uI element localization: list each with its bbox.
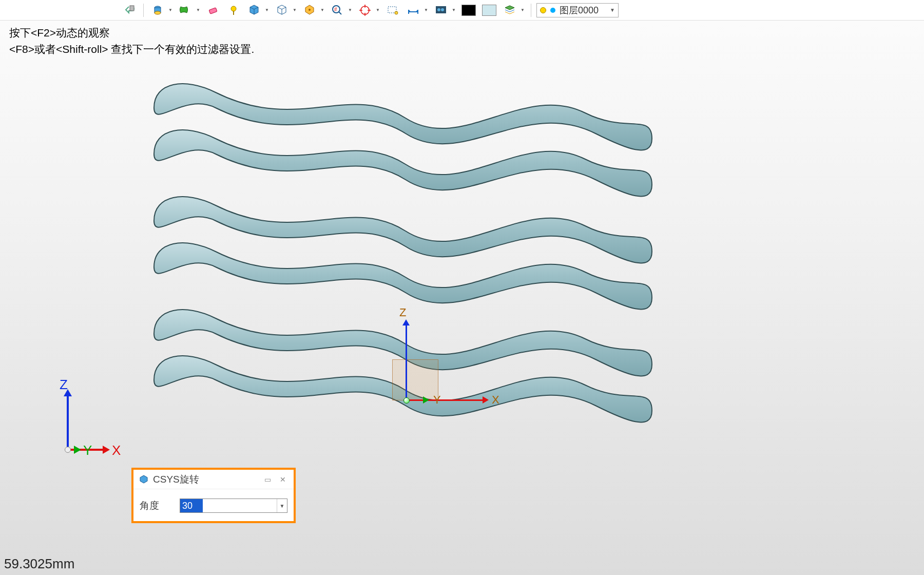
layers-dropdown[interactable]: ▼ <box>519 2 526 19</box>
window-sel-button[interactable] <box>384 2 401 19</box>
triad-z-label: Z <box>60 377 68 393</box>
chevron-down-icon: ▼ <box>610 7 615 13</box>
color-black-swatch[interactable] <box>460 2 477 19</box>
bulb-icon <box>540 7 546 13</box>
layer-selector[interactable]: 图层0000 ▼ <box>536 3 619 17</box>
hex-dropdown[interactable]: ▼ <box>319 2 325 19</box>
dialog-body: 角度 ▼ <box>133 489 294 521</box>
toolbar-separator <box>143 4 144 17</box>
main-toolbar: ▼ ▼ ▼ ▼ ▼ # ▼ ▼ ▼ ▼ ▼ 图层0 <box>0 0 924 21</box>
shaded-cube-button[interactable] <box>245 2 263 19</box>
zoom-hash-dropdown[interactable]: ▼ <box>347 2 353 19</box>
csys-icon <box>139 474 149 485</box>
svg-rect-0 <box>130 6 134 11</box>
dialog-collapse-button[interactable]: ▭ <box>262 475 273 484</box>
freeze-icon <box>550 8 555 13</box>
svg-text:#: # <box>334 7 337 12</box>
measure-dropdown[interactable]: ▼ <box>423 2 429 19</box>
zoom-hash-button[interactable]: # <box>329 2 346 19</box>
target-button[interactable] <box>356 2 374 19</box>
dialog-close-button[interactable]: ✕ <box>277 475 288 484</box>
wireframe-cube-button[interactable] <box>273 2 291 19</box>
angle-dropdown[interactable]: ▼ <box>277 499 287 512</box>
svg-point-14 <box>437 8 440 11</box>
angle-label: 角度 <box>140 499 170 512</box>
pin-button[interactable] <box>225 2 242 19</box>
triad-x-label: X <box>112 443 121 458</box>
svg-point-15 <box>441 8 444 11</box>
angle-input[interactable] <box>180 499 203 512</box>
dialog-title: CSYS旋转 <box>153 473 199 486</box>
layer-name: 图层0000 <box>560 4 599 16</box>
color-lightblue-swatch[interactable] <box>480 2 498 19</box>
shaded-cube-dropdown[interactable]: ▼ <box>264 2 270 19</box>
wireframe-cube-dropdown[interactable]: ▼ <box>292 2 298 19</box>
csys-rotate-dialog: CSYS旋转 ▭ ✕ 角度 ▼ <box>131 468 296 523</box>
sheets-dropdown[interactable]: ▼ <box>195 2 201 19</box>
extrude-dropdown[interactable]: ▼ <box>167 2 174 19</box>
angle-field[interactable]: ▼ <box>180 499 287 513</box>
dialog-titlebar[interactable]: CSYS旋转 ▭ ✕ <box>133 470 294 489</box>
hex-button[interactable] <box>301 2 318 19</box>
svg-rect-4 <box>209 7 217 13</box>
layers-button[interactable] <box>501 2 518 19</box>
target-dropdown[interactable]: ▼ <box>375 2 381 19</box>
svg-point-3 <box>155 11 161 14</box>
model-viewport[interactable] <box>133 51 678 442</box>
hint-line-1: 按下<F2>动态的观察 <box>9 25 254 41</box>
measure-button[interactable] <box>405 2 422 19</box>
svg-rect-6 <box>233 11 234 15</box>
undo-button[interactable] <box>121 2 138 19</box>
svg-point-5 <box>231 6 236 11</box>
eraser-button[interactable] <box>204 2 222 19</box>
extrude-button[interactable] <box>149 2 166 19</box>
sheets-button[interactable] <box>177 2 194 19</box>
svg-point-7 <box>309 9 311 11</box>
status-measurement: 59.3025mm <box>4 556 74 572</box>
triad-y-label: Y <box>83 443 92 458</box>
svg-point-12 <box>395 11 398 14</box>
toolbar-separator-2 <box>531 4 531 17</box>
render-button[interactable] <box>432 2 450 19</box>
render-dropdown[interactable]: ▼ <box>451 2 457 19</box>
model-canvas <box>133 51 678 442</box>
view-triad[interactable]: Z X Y <box>62 390 123 462</box>
